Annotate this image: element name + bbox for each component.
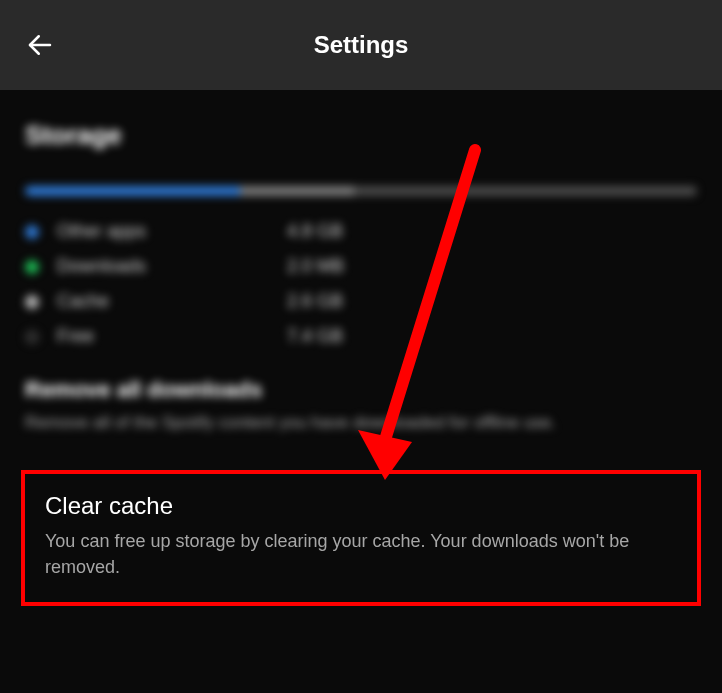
legend-row-downloads: Downloads 2.0 MB [25, 256, 697, 277]
legend-value: 4.8 GB [287, 221, 343, 242]
dot-icon [25, 225, 39, 239]
clear-cache-title: Clear cache [45, 492, 677, 520]
legend-row-other-apps: Other apps 4.8 GB [25, 221, 697, 242]
storage-bar-free [354, 186, 697, 196]
legend-value: 7.4 GB [287, 326, 343, 347]
storage-heading: Storage [25, 120, 697, 151]
legend-label: Free [57, 326, 287, 347]
clear-cache-option[interactable]: Clear cache You can free up storage by c… [21, 470, 701, 606]
storage-legend: Other apps 4.8 GB Downloads 2.0 MB Cache… [25, 221, 697, 347]
dot-icon [25, 295, 39, 309]
app-header: Settings [0, 0, 722, 90]
storage-bar-other [25, 186, 240, 196]
clear-cache-desc: You can free up storage by clearing your… [45, 528, 677, 580]
legend-value: 2.0 MB [287, 256, 344, 277]
legend-row-free: Free 7.4 GB [25, 326, 697, 347]
page-title: Settings [314, 31, 409, 59]
storage-bar [25, 186, 697, 196]
remove-downloads-option[interactable]: Remove all downloads Remove all of the S… [25, 377, 697, 435]
storage-bar-used [240, 186, 354, 196]
legend-label: Other apps [57, 221, 287, 242]
back-icon[interactable] [25, 30, 55, 60]
legend-label: Downloads [57, 256, 287, 277]
remove-downloads-title: Remove all downloads [25, 377, 697, 403]
blurred-region: Storage Other apps 4.8 GB Downloads 2.0 … [25, 120, 697, 435]
legend-row-cache: Cache 2.6 GB [25, 291, 697, 312]
remove-downloads-desc: Remove all of the Spotify content you ha… [25, 411, 697, 435]
dot-icon [25, 330, 39, 344]
legend-value: 2.6 GB [287, 291, 343, 312]
legend-label: Cache [57, 291, 287, 312]
dot-icon [25, 260, 39, 274]
